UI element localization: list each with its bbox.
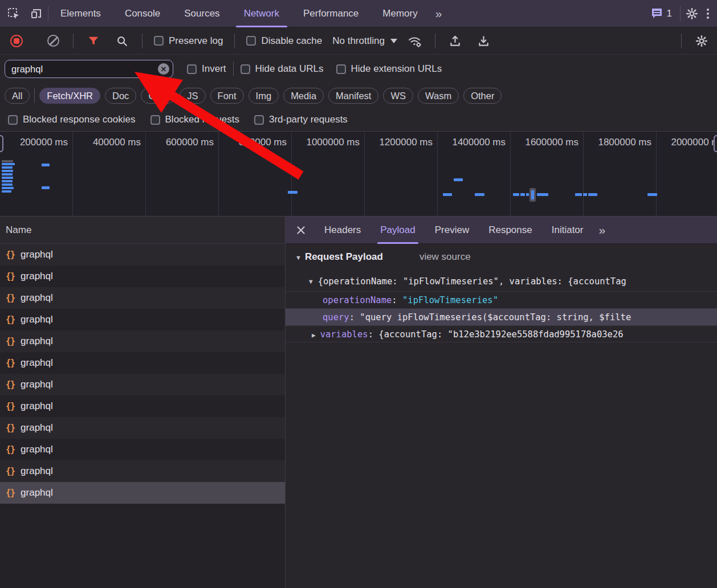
filter-toggle-icon[interactable] xyxy=(85,32,102,50)
tab-performance[interactable]: Performance xyxy=(291,0,370,27)
hide-extension-urls-checkbox[interactable]: Hide extension URLs xyxy=(336,63,442,75)
more-tabs-icon[interactable]: » xyxy=(430,7,447,21)
filter-chip-other[interactable]: Other xyxy=(463,88,502,104)
waterfall-bar xyxy=(2,183,13,186)
tab-sources[interactable]: Sources xyxy=(172,0,231,27)
filter-chip-manifest[interactable]: Manifest xyxy=(328,88,378,104)
timeline-tick-label: 1800000 ms xyxy=(584,132,657,216)
blocked-response-cookies-checkbox[interactable]: Blocked response cookies xyxy=(8,114,136,125)
filter-chip-all[interactable]: All xyxy=(5,88,30,104)
clear-filter-icon[interactable]: ✕ xyxy=(158,63,169,75)
payload-key: query xyxy=(323,312,349,322)
separator xyxy=(681,34,682,48)
inspect-element-icon[interactable] xyxy=(6,5,22,22)
record-button[interactable] xyxy=(8,32,25,50)
network-toolbar: Preserve log Disable cache No throttling xyxy=(0,27,717,55)
request-row[interactable]: {}graphql xyxy=(0,374,285,395)
filter-input[interactable] xyxy=(5,60,173,78)
waterfall-bar xyxy=(520,193,525,196)
filter-chip-doc[interactable]: Doc xyxy=(105,88,136,104)
waterfall-bar xyxy=(647,193,657,196)
request-row[interactable]: {}graphql xyxy=(0,330,285,352)
view-source-link[interactable]: view source xyxy=(419,251,471,263)
hide-data-urls-checkbox[interactable]: Hide data URLs xyxy=(241,63,324,75)
separator xyxy=(680,6,681,21)
invert-label: Invert xyxy=(202,63,226,75)
filter-chip-ws[interactable]: WS xyxy=(383,88,413,104)
request-row[interactable]: {}graphql xyxy=(0,287,285,309)
collapse-triangle-icon[interactable]: ▼ xyxy=(295,254,302,261)
request-name: graphql xyxy=(21,271,53,282)
tab-elements[interactable]: Elements xyxy=(48,0,113,27)
search-icon[interactable] xyxy=(113,32,131,50)
tab-console[interactable]: Console xyxy=(113,0,172,27)
blocked-requests-checkbox[interactable]: Blocked requests xyxy=(150,114,239,125)
more-tabs-icon[interactable]: » xyxy=(593,223,610,237)
key-value-separator: : xyxy=(392,295,402,305)
request-row[interactable]: {}graphql xyxy=(0,439,285,460)
filter-chip-media[interactable]: Media xyxy=(283,88,324,104)
import-har-icon[interactable] xyxy=(447,32,464,50)
third-party-requests-checkbox[interactable]: 3rd-party requests xyxy=(254,114,348,125)
payload-row-variables[interactable]: ▶variables: {accountTag: "b12e3b2192ee55… xyxy=(286,325,717,342)
payload-root-line[interactable]: ▼ {operationName: "ipFlowTimeseries", va… xyxy=(286,272,717,291)
device-toolbar-icon[interactable] xyxy=(28,5,44,22)
preserve-log-label: Preserve log xyxy=(169,35,223,47)
waterfall-selected-marker xyxy=(529,188,536,202)
json-icon: {} xyxy=(6,423,15,433)
preserve-log-checkbox[interactable]: Preserve log xyxy=(154,35,223,47)
filter-chip-js[interactable]: JS xyxy=(180,88,205,104)
tab-preview[interactable]: Preview xyxy=(425,217,479,244)
tab-network[interactable]: Network xyxy=(232,0,291,27)
issues-button[interactable]: 1 xyxy=(651,8,672,19)
tab-headers[interactable]: Headers xyxy=(315,217,370,244)
requests-list: {}graphql{}graphql{}graphql{}graphql{}gr… xyxy=(0,244,285,588)
settings-gear-icon[interactable] xyxy=(684,5,700,22)
network-settings-gear-icon[interactable] xyxy=(693,32,710,50)
json-icon: {} xyxy=(6,271,15,281)
network-conditions-icon[interactable] xyxy=(406,32,423,50)
devtools-window: Elements Console Sources Network Perform… xyxy=(0,0,717,588)
overview-right-grip[interactable] xyxy=(714,135,717,152)
filter-chip-css[interactable]: CSS xyxy=(141,88,175,104)
invert-checkbox[interactable]: Invert xyxy=(187,63,226,75)
payload-row-query[interactable]: query: "query ipFlowTimeseries($accountT… xyxy=(286,308,717,325)
collapsed-triangle-icon[interactable]: ▶ xyxy=(312,327,316,342)
waterfall-bar xyxy=(2,170,13,172)
name-column-header[interactable]: Name xyxy=(0,217,285,244)
waterfall-bar xyxy=(2,166,13,169)
request-row[interactable]: {}graphql xyxy=(0,395,285,417)
network-overview-timeline[interactable]: 200000 ms400000 ms600000 ms800000 ms1000… xyxy=(0,131,717,217)
expanded-triangle-icon[interactable]: ▼ xyxy=(309,278,313,285)
request-row[interactable]: {}graphql xyxy=(0,460,285,482)
timeline-tick-label: 1000000 ms xyxy=(292,132,365,216)
payload-row-operationName[interactable]: operationName: "ipFlowTimeseries" xyxy=(286,291,717,308)
requests-panel: Name {}graphql{}graphql{}graphql{}graphq… xyxy=(0,217,286,588)
filter-chip-font[interactable]: Font xyxy=(210,88,244,104)
filter-chip-wasm[interactable]: Wasm xyxy=(418,88,459,104)
disable-cache-checkbox[interactable]: Disable cache xyxy=(246,35,322,47)
request-row[interactable]: {}graphql xyxy=(0,309,285,330)
export-har-icon[interactable] xyxy=(475,32,492,50)
filter-chip-fetch-xhr[interactable]: Fetch/XHR xyxy=(39,88,100,104)
tab-memory[interactable]: Memory xyxy=(370,0,429,27)
timeline-tick-label: 600000 ms xyxy=(146,132,219,216)
tab-initiator[interactable]: Initiator xyxy=(542,217,593,244)
request-row[interactable]: {}graphql xyxy=(0,244,285,266)
kebab-menu-icon[interactable] xyxy=(703,9,717,19)
filter-chip-img[interactable]: Img xyxy=(248,88,279,104)
request-row[interactable]: {}graphql xyxy=(0,482,285,504)
request-row[interactable]: {}graphql xyxy=(0,352,285,374)
request-row[interactable]: {}graphql xyxy=(0,266,285,287)
request-name: graphql xyxy=(21,379,53,390)
close-icon[interactable] xyxy=(286,226,315,235)
waterfall-bar xyxy=(583,193,587,196)
filter-bar: ✕ Invert Hide data URLs Hide extension U… xyxy=(0,55,717,83)
request-name: graphql xyxy=(21,466,53,477)
overview-left-grip[interactable] xyxy=(0,135,3,152)
throttling-dropdown[interactable]: No throttling xyxy=(332,35,397,47)
tab-response[interactable]: Response xyxy=(479,217,542,244)
clear-button[interactable] xyxy=(44,32,62,50)
request-row[interactable]: {}graphql xyxy=(0,417,285,439)
tab-payload[interactable]: Payload xyxy=(370,217,425,244)
